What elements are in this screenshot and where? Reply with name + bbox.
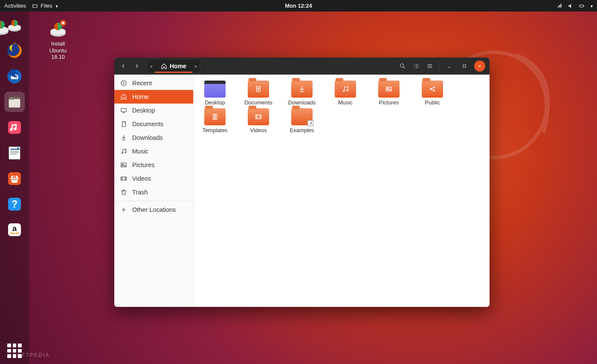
sidebar-item-label: Trash bbox=[132, 189, 148, 196]
hamburger-menu-button[interactable] bbox=[423, 60, 436, 72]
svg-point-31 bbox=[400, 64, 404, 67]
dock-files[interactable] bbox=[4, 92, 25, 112]
folder-desktop[interactable]: Desktop bbox=[198, 81, 232, 106]
sidebar-item-home[interactable]: Home bbox=[114, 90, 193, 104]
svg-rect-11 bbox=[8, 121, 21, 134]
folder-icon bbox=[32, 3, 38, 9]
network-icon[interactable] bbox=[556, 3, 562, 9]
video-icon bbox=[120, 175, 127, 182]
activities-button[interactable]: Activities bbox=[4, 3, 26, 9]
folder-music[interactable]: Music bbox=[328, 81, 362, 106]
app-menu[interactable]: Files ▼ bbox=[32, 3, 58, 9]
svg-rect-2 bbox=[584, 5, 584, 6]
svg-rect-48 bbox=[213, 114, 215, 119]
folder-pictures[interactable]: Pictures bbox=[372, 81, 406, 106]
folder-label: Templates bbox=[202, 127, 227, 133]
dock-firefox[interactable] bbox=[4, 40, 25, 61]
folder-videos[interactable]: Videos bbox=[241, 108, 275, 133]
sidebar-item-downloads[interactable]: Downloads bbox=[114, 131, 193, 144]
dock-help[interactable]: ? bbox=[4, 194, 25, 214]
svg-point-42 bbox=[347, 90, 348, 91]
dock-thunderbird[interactable] bbox=[4, 66, 25, 87]
desktop-icon-label: Install Ubuntu 18.10 bbox=[41, 41, 75, 61]
svg-text:A: A bbox=[12, 173, 17, 180]
clock-icon bbox=[120, 80, 127, 87]
svg-rect-16 bbox=[10, 154, 17, 155]
sidebar-item-label: Downloads bbox=[132, 134, 163, 141]
dock: A ? a bbox=[0, 12, 29, 364]
titlebar[interactable]: ◂ Home ▸ bbox=[114, 58, 490, 75]
sidebar-item-videos[interactable]: Videos bbox=[114, 172, 193, 185]
sidebar-item-trash[interactable]: Trash bbox=[114, 185, 193, 199]
home-icon bbox=[120, 93, 127, 100]
search-button[interactable] bbox=[396, 60, 409, 72]
svg-point-47 bbox=[433, 90, 435, 91]
svg-rect-1 bbox=[580, 5, 583, 7]
sidebar-item-label: Desktop bbox=[132, 107, 155, 114]
folder-icon bbox=[422, 81, 443, 98]
app-menu-label: Files bbox=[41, 3, 52, 9]
svg-point-36 bbox=[125, 152, 126, 153]
path-segment-label: Home bbox=[170, 63, 186, 69]
document-icon bbox=[120, 121, 127, 127]
close-button[interactable] bbox=[474, 61, 485, 72]
folder-label: Downloads bbox=[288, 99, 316, 106]
trash-icon bbox=[120, 189, 127, 196]
sidebar-item-desktop[interactable]: Desktop bbox=[114, 104, 193, 117]
folder-label: Videos bbox=[250, 127, 267, 133]
folder-public[interactable]: Public bbox=[415, 81, 449, 106]
maximize-button[interactable] bbox=[459, 61, 470, 72]
folder-icon bbox=[248, 81, 269, 98]
svg-rect-34 bbox=[121, 108, 126, 112]
svg-text:?: ? bbox=[12, 199, 17, 210]
sidebar-item-label: Pictures bbox=[132, 162, 154, 168]
minimize-button[interactable] bbox=[443, 61, 455, 72]
dock-amazon[interactable]: a bbox=[4, 220, 25, 240]
sidebar-item-pictures[interactable]: Pictures bbox=[114, 158, 193, 172]
clock[interactable]: Mon 12:24 bbox=[285, 3, 312, 9]
sidebar-item-music[interactable]: Music bbox=[114, 144, 193, 158]
desktop-icon bbox=[120, 107, 127, 114]
folder-label: Public bbox=[425, 99, 440, 106]
plus-icon bbox=[120, 206, 127, 213]
folder-icon bbox=[291, 81, 313, 98]
dock-libreoffice-writer[interactable] bbox=[4, 143, 25, 163]
svg-point-35 bbox=[122, 153, 123, 154]
path-segment-home[interactable]: Home bbox=[155, 59, 192, 73]
folder-label: Pictures bbox=[379, 99, 399, 106]
dock-music[interactable] bbox=[4, 117, 25, 138]
download-icon bbox=[120, 134, 127, 141]
svg-rect-43 bbox=[386, 87, 391, 91]
folder-icon bbox=[204, 81, 226, 98]
view-list-button[interactable] bbox=[410, 60, 423, 72]
watermark: SOFTPEDIA bbox=[13, 352, 50, 358]
battery-icon[interactable] bbox=[579, 3, 585, 9]
folder-icon bbox=[378, 81, 400, 98]
folder-documents[interactable]: Documents bbox=[241, 81, 275, 106]
desktop-icon-disks-live[interactable] bbox=[0, 17, 18, 39]
nav-back-button[interactable] bbox=[117, 60, 130, 72]
desktop-icon-install-ubuntu[interactable]: Install Ubuntu 18.10 bbox=[41, 19, 75, 61]
separator bbox=[439, 61, 439, 71]
sidebar-item-other-locations[interactable]: Other Locations bbox=[114, 203, 193, 217]
sidebar-item-documents[interactable]: Documents bbox=[114, 117, 193, 131]
folder-downloads[interactable]: Downloads bbox=[285, 81, 319, 106]
nav-forward-button[interactable] bbox=[130, 60, 143, 72]
path-prev-icon[interactable]: ◂ bbox=[147, 64, 155, 69]
path-next-icon[interactable]: ▸ bbox=[192, 64, 200, 69]
svg-text:a: a bbox=[12, 224, 17, 233]
files-window: ◂ Home ▸ Recent Home bbox=[114, 58, 490, 307]
volume-icon[interactable] bbox=[568, 3, 574, 9]
folder-icon bbox=[335, 81, 356, 98]
sidebar-item-label: Recent bbox=[132, 80, 152, 87]
dock-software[interactable]: A bbox=[4, 168, 25, 189]
svg-rect-15 bbox=[10, 152, 19, 153]
svg-point-45 bbox=[430, 89, 432, 90]
folder-view[interactable]: Desktop Documents Downloads Music Pictur… bbox=[194, 75, 490, 307]
music-icon bbox=[120, 148, 127, 155]
system-menu-chevron-icon[interactable]: ▼ bbox=[590, 4, 594, 9]
folder-templates[interactable]: Templates bbox=[198, 108, 232, 133]
svg-point-41 bbox=[343, 90, 345, 92]
sidebar-item-recent[interactable]: Recent bbox=[114, 76, 193, 90]
folder-examples[interactable]: ↗ Examples bbox=[285, 108, 319, 133]
